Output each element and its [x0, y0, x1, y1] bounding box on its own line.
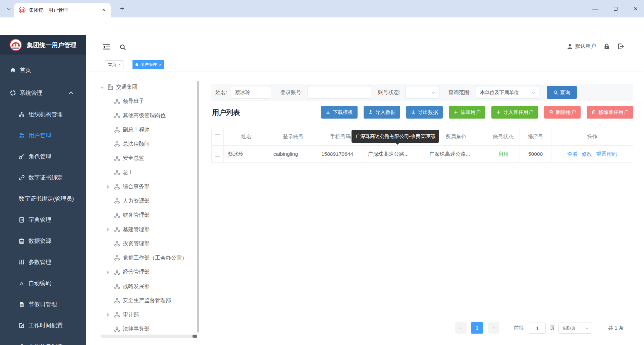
window-minimize-button[interactable]: —: [588, 0, 603, 17]
table-bottom-border: [211, 300, 633, 300]
tree-root-node[interactable]: 交通集团: [101, 80, 197, 94]
tree-node[interactable]: 审计部: [101, 308, 197, 322]
sidebar-item[interactable]: 自动编码: [0, 273, 86, 294]
search-button[interactable]: 查询: [547, 86, 577, 99]
import-data-button[interactable]: 导入数据: [364, 106, 400, 119]
export-data-button[interactable]: 导出数据: [406, 106, 443, 119]
tree-node[interactable]: 战略发展部: [101, 279, 197, 294]
sidebar-item[interactable]: 用户管理: [0, 125, 86, 146]
caret-right-icon[interactable]: [107, 312, 112, 318]
sidebar-item[interactable]: 节假日管理: [0, 294, 86, 315]
remove-concurrent-user-button[interactable]: 移除兼任用户: [587, 106, 633, 119]
add-user-button[interactable]: 添加用户: [449, 106, 485, 119]
tree-horizontal-scrollbar[interactable]: [101, 335, 197, 338]
tree-node-label: 安全生产监督管理部: [123, 297, 171, 304]
row-checkbox[interactable]: [215, 152, 220, 157]
tree-node[interactable]: 综合事务部: [101, 180, 197, 194]
tag-close-icon[interactable]: ×: [159, 63, 161, 67]
tree-node[interactable]: 法律事务部: [101, 322, 197, 337]
view-link[interactable]: 查看: [568, 151, 578, 158]
tree-node-label: 基建管理部: [123, 226, 150, 233]
tree-node[interactable]: 安全总监: [101, 151, 197, 166]
sidebar-item[interactable]: 字典管理: [0, 209, 86, 230]
sidebar-item[interactable]: 组织机构管理: [0, 104, 86, 125]
browser-tab[interactable]: 集团统一用户管理 ×: [14, 3, 111, 17]
org-node-icon: [114, 241, 120, 247]
tree-node[interactable]: 投资管理部: [101, 237, 197, 251]
status-select[interactable]: [405, 86, 439, 99]
tree-node[interactable]: 安全生产监督管理部: [101, 294, 197, 308]
sidebar-collapse-icon[interactable]: [103, 43, 110, 51]
tree-node[interactable]: 财务管理部: [101, 208, 197, 223]
tree-node-label: 副总工程师: [123, 126, 150, 133]
key-icon: [19, 154, 24, 159]
tree-node[interactable]: 经营管理部: [101, 265, 197, 280]
tag-close-icon[interactable]: ×: [118, 63, 120, 67]
chevron-down-icon: [531, 90, 536, 95]
window-close-button[interactable]: ×: [628, 0, 643, 17]
page-size-select[interactable]: 9条/页: [558, 323, 592, 334]
tree-node[interactable]: 人力资源部: [101, 194, 197, 208]
sidebar-item[interactable]: 数字证书绑定: [0, 167, 86, 188]
cell-dept: 广深珠高速公路...: [364, 146, 425, 163]
tree-node-label: 财务管理部: [123, 212, 150, 219]
sidebar-item[interactable]: 系统信息配置: [0, 336, 86, 345]
caret-right-icon[interactable]: [107, 184, 112, 190]
tenant-switcher[interactable]: 默认租户: [567, 43, 596, 50]
sidebar-item[interactable]: 参数管理: [0, 252, 86, 273]
import-concurrent-user-button[interactable]: 导入兼任用户: [491, 106, 538, 119]
lock-screen-icon[interactable]: [603, 43, 610, 50]
logout-icon[interactable]: [618, 43, 624, 50]
next-page-button[interactable]: ›: [488, 322, 499, 334]
name-input[interactable]: [231, 86, 271, 99]
tree-node-label: 安全总监: [123, 155, 144, 162]
sidebar-item[interactable]: 数据资源: [0, 230, 86, 252]
action-buttons: 下载模板导入数据导出数据添加用户导入兼任用户删除用户移除兼任用户: [295, 106, 633, 119]
goto-page-input[interactable]: [529, 323, 546, 334]
sidebar-item[interactable]: 系统管理: [0, 82, 86, 103]
tree-node-label: 法律事务部: [123, 326, 150, 333]
tree-node[interactable]: 其他高级管理岗位: [101, 109, 197, 123]
sidebar-item-label: 字典管理: [29, 216, 51, 224]
page-1-button[interactable]: 1: [471, 322, 483, 334]
tag-user-management[interactable]: 用户管理 ×: [132, 60, 164, 69]
caret-right-icon[interactable]: [107, 226, 112, 232]
sidebar-item[interactable]: 角色管理: [0, 146, 86, 167]
tree-node[interactable]: 领导班子: [101, 94, 197, 109]
app-logo-bar: 集团统一用户管理: [0, 35, 86, 55]
tree-node[interactable]: 副总工程师: [101, 123, 197, 137]
search-icon: [553, 90, 558, 95]
tag-home[interactable]: 首页 ×: [105, 60, 123, 69]
reset-password-link[interactable]: 重置密码: [596, 151, 617, 158]
org-node-icon: [114, 226, 120, 232]
sidebar-item[interactable]: 首页: [0, 60, 86, 80]
edit-link[interactable]: 修改: [582, 151, 592, 158]
tab-close-icon[interactable]: ×: [101, 7, 107, 13]
dashboard-icon: [10, 90, 16, 96]
person-icon: [567, 44, 573, 50]
window-maximize-button[interactable]: [608, 0, 623, 17]
search-icon[interactable]: [119, 43, 126, 51]
home-icon: [10, 67, 16, 73]
select-all-header[interactable]: [211, 128, 224, 146]
tree-vertical-scrollbar[interactable]: [197, 81, 199, 333]
tab-search-chevron-icon[interactable]: [5, 5, 13, 13]
account-input[interactable]: [308, 86, 371, 99]
delete-user-button[interactable]: 删除用户: [544, 106, 581, 119]
caret-down-icon[interactable]: [101, 84, 105, 90]
tree-node[interactable]: 总法律顾问: [101, 137, 197, 151]
tree-node[interactable]: 总工: [101, 165, 197, 180]
tree-node-label: 领导班子: [123, 98, 144, 105]
caret-right-icon[interactable]: [107, 269, 112, 275]
tree-node[interactable]: 党群工作部（工会办公室）: [101, 251, 197, 265]
table-row[interactable]: 蔡冰玲caibingling15889170644广深珠高速公路...广深珠高速…: [211, 146, 633, 163]
sidebar-item[interactable]: 工作时间配置: [0, 315, 86, 336]
scope-select[interactable]: 本单位及下属单位: [476, 86, 539, 99]
prev-page-button[interactable]: ‹: [455, 322, 467, 334]
download-template-button[interactable]: 下载模板: [321, 106, 358, 119]
name-label: 姓名:: [215, 84, 227, 101]
header-checkbox[interactable]: [215, 134, 220, 139]
new-tab-button[interactable]: +: [117, 4, 127, 13]
tree-node[interactable]: 基建管理部: [101, 222, 197, 237]
sidebar-item[interactable]: 数字证书绑定(管理员): [0, 188, 86, 209]
